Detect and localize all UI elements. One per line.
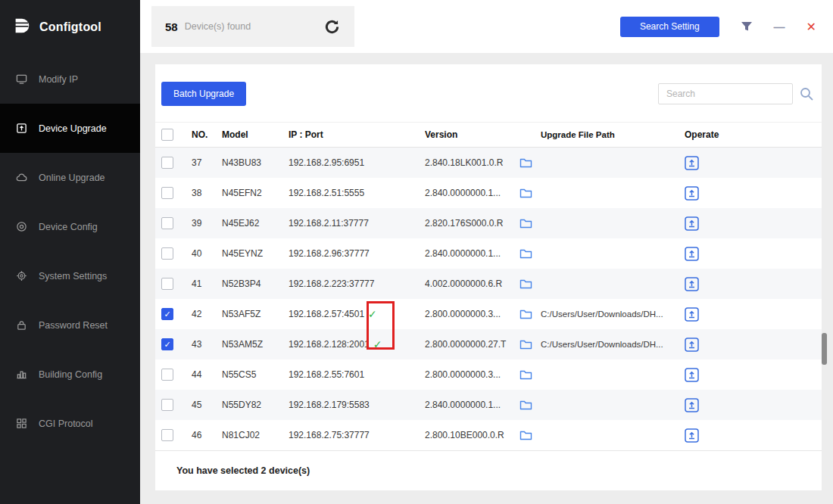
device-upgrade-panel: Batch Upgrade NO. Model IP : Port Versio… xyxy=(155,64,822,490)
upgrade-upload-icon[interactable] xyxy=(685,428,699,443)
sidebar-item-password-reset[interactable]: Password Reset xyxy=(0,300,140,350)
batch-upgrade-button[interactable]: Batch Upgrade xyxy=(161,82,246,106)
row-checkbox[interactable] xyxy=(161,369,173,381)
browse-file-icon[interactable] xyxy=(519,309,541,320)
browse-file-icon[interactable] xyxy=(519,430,541,441)
row-ip-port: 192.168.2.11:37777 ✓ xyxy=(289,218,425,229)
row-number: 43 xyxy=(192,339,222,350)
browse-file-icon[interactable] xyxy=(519,248,541,260)
row-checkbox[interactable] xyxy=(161,157,173,169)
upgrade-upload-icon[interactable] xyxy=(685,307,699,322)
refresh-icon[interactable] xyxy=(323,18,341,36)
select-all-checkbox[interactable] xyxy=(161,129,173,141)
search-input[interactable] xyxy=(658,83,793,104)
row-number: 41 xyxy=(192,278,222,289)
upgrade-upload-icon[interactable] xyxy=(685,398,699,412)
cgi-protocol-icon xyxy=(15,418,27,430)
row-checkbox[interactable] xyxy=(161,247,173,260)
upgrade-upload-icon[interactable] xyxy=(685,368,699,382)
search-area xyxy=(658,83,814,104)
row-version: 2.800.0000000.3... xyxy=(425,309,519,319)
upgrade-upload-icon[interactable] xyxy=(685,338,699,352)
row-checkbox[interactable] xyxy=(161,217,173,229)
sidebar-item-label: System Settings xyxy=(39,271,107,282)
app-logo: Configtool xyxy=(0,0,140,54)
row-checkbox[interactable] xyxy=(161,308,173,320)
main-area: 58 Device(s) found Search Setting — ✕ Ba… xyxy=(140,0,833,504)
online-upgrade-icon xyxy=(15,172,27,184)
verified-check-icon: ✓ xyxy=(373,338,382,350)
upgrade-upload-icon[interactable] xyxy=(685,247,699,261)
browse-file-icon[interactable] xyxy=(519,157,541,169)
sidebar-item-cgi-protocol[interactable]: CGI Protocol xyxy=(0,399,140,448)
app-title: Configtool xyxy=(39,20,101,34)
browse-file-icon[interactable] xyxy=(519,369,541,381)
row-version: 4.002.0000000.6.R xyxy=(425,278,519,289)
row-version: 2.800.0000000.3... xyxy=(425,369,519,380)
browse-file-icon[interactable] xyxy=(519,218,541,229)
device-count-label: Device(s) found xyxy=(185,21,317,32)
skin-filter-icon[interactable] xyxy=(741,21,753,32)
row-number: 46 xyxy=(192,430,222,440)
row-ip-port: 192.168.2.179:5583 ✓ xyxy=(289,400,425,410)
upgrade-upload-icon[interactable] xyxy=(685,277,699,291)
sidebar-item-label: Device Config xyxy=(39,222,98,232)
sidebar-item-device-upgrade[interactable]: Device Upgrade xyxy=(0,104,140,153)
row-checkbox[interactable] xyxy=(161,429,173,441)
row-model: N81CJ02 xyxy=(222,430,289,440)
brand-d-icon xyxy=(12,17,32,38)
row-file-path: C:/Users/User/Downloads/DH... xyxy=(541,340,685,349)
sidebar-item-system-settings[interactable]: System Settings xyxy=(0,251,140,300)
row-model: N45EFN2 xyxy=(222,188,289,198)
browse-file-icon[interactable] xyxy=(519,400,541,411)
row-model: N52B3P4 xyxy=(222,278,289,289)
row-checkbox[interactable] xyxy=(161,187,173,199)
row-ip-port: 192.168.2.55:7601 ✓ xyxy=(289,369,425,380)
row-ip-port: 192.168.2.223:37777 ✓ xyxy=(289,278,425,289)
row-model: N45EYNZ xyxy=(222,248,289,259)
row-checkbox[interactable] xyxy=(161,399,173,411)
close-icon[interactable]: ✕ xyxy=(806,20,816,34)
table-row: 40 N45EYNZ 192.168.2.96:37777 ✓ 2.840.00… xyxy=(155,238,822,269)
browse-file-icon[interactable] xyxy=(519,278,541,290)
table-row: 42 N53AF5Z 192.168.2.57:4501 ✓ 2.800.000… xyxy=(155,299,822,329)
row-model: N45EJ62 xyxy=(222,218,289,229)
selection-summary: You have selected 2 device(s) xyxy=(176,465,310,476)
content-area: Batch Upgrade NO. Model IP : Port Versio… xyxy=(140,53,833,504)
sidebar-item-device-config[interactable]: Device Config xyxy=(0,202,140,251)
upgrade-upload-icon[interactable] xyxy=(685,186,699,201)
sidebar-item-online-upgrade[interactable]: Online Upgrade xyxy=(0,153,140,202)
building-config-icon xyxy=(15,369,27,381)
browse-file-icon[interactable] xyxy=(519,339,541,350)
row-model: N53AF5Z xyxy=(222,309,289,319)
search-icon[interactable] xyxy=(799,86,814,101)
sidebar-item-building-config[interactable]: Building Config xyxy=(0,350,140,399)
upgrade-upload-icon[interactable] xyxy=(685,156,699,170)
row-version: 2.840.0000000.1... xyxy=(425,188,519,198)
row-ip-port: 192.168.2.128:2001 ✓ xyxy=(289,338,425,350)
col-header-upgrade-file-path: Upgrade File Path xyxy=(541,130,685,139)
sidebar-item-label: CGI Protocol xyxy=(39,418,93,429)
row-version: 2.800.10BE000.0.R xyxy=(425,430,519,440)
sidebar-item-modify-ip[interactable]: Modify IP xyxy=(0,54,140,104)
col-header-operate: Operate xyxy=(685,129,822,140)
row-ip-port: 192.168.2.95:6951 ✓ xyxy=(289,157,425,168)
row-checkbox[interactable] xyxy=(161,278,173,290)
minimize-icon[interactable]: — xyxy=(774,20,785,33)
row-model: N43BU83 xyxy=(222,157,289,168)
row-number: 42 xyxy=(192,309,222,319)
row-checkbox[interactable] xyxy=(161,338,173,350)
browse-file-icon[interactable] xyxy=(519,188,541,199)
row-model: N53AM5Z xyxy=(222,339,289,350)
row-version: 2.840.0000000.1... xyxy=(425,248,519,259)
search-setting-button[interactable]: Search Setting xyxy=(620,17,719,37)
row-version: 2.800.0000000.27.T xyxy=(425,339,519,350)
upgrade-upload-icon[interactable] xyxy=(685,216,699,231)
row-number: 45 xyxy=(192,400,222,410)
col-header-ip-port: IP : Port xyxy=(289,129,425,140)
row-ip-port: 192.168.2.75:37777 ✓ xyxy=(289,430,425,440)
sidebar-item-label: Online Upgrade xyxy=(39,173,105,183)
scrollbar-thumb[interactable] xyxy=(822,333,827,365)
row-number: 40 xyxy=(192,248,222,259)
table-row: 46 N81CJ02 192.168.2.75:37777 ✓ 2.800.10… xyxy=(155,420,822,450)
